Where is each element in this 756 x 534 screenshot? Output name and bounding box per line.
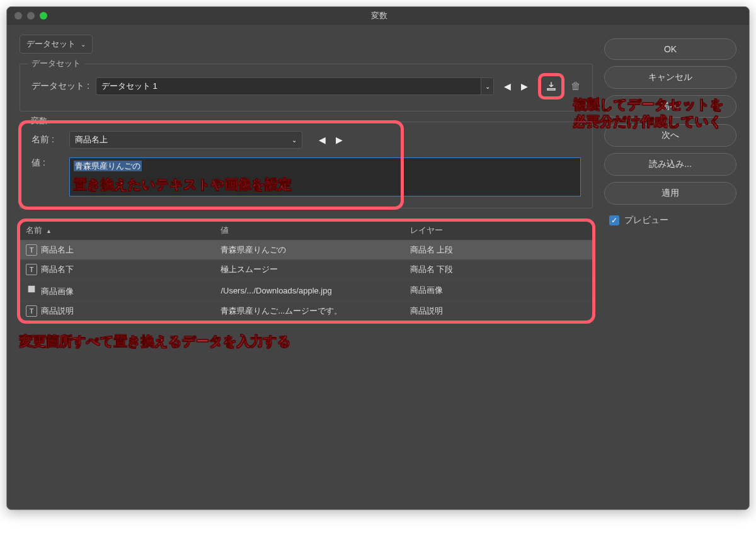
delete-dataset-icon[interactable]: 🗑	[571, 81, 581, 92]
check-icon: ✓	[609, 215, 619, 225]
view-dropdown-label: データセット	[26, 38, 76, 50]
var-next-icon[interactable]: ▶	[336, 135, 343, 145]
variable-fieldset: 変数 名前 : 商品名上 ⌄ ◀ ▶ 値 :	[20, 122, 593, 208]
apply-button[interactable]: 適用	[604, 182, 736, 205]
annotation-inputall: 変更箇所すべて置き換えるデータを入力する	[20, 332, 593, 349]
col-layer[interactable]: レイヤー	[404, 221, 593, 241]
chevron-down-icon: ⌄	[481, 78, 493, 94]
var-value-label: 値 :	[32, 157, 63, 169]
load-button[interactable]: 読み込み...	[604, 153, 736, 176]
col-value[interactable]: 値	[214, 221, 403, 241]
sort-asc-icon: ▲	[46, 228, 52, 234]
annotation-highlight-capture	[538, 73, 564, 99]
traffic-lights	[7, 12, 47, 20]
annotation-replace: 置き換えたいテキストや画像を設定	[74, 176, 576, 193]
ok-button[interactable]: OK	[604, 38, 736, 60]
table-row[interactable]: T商品名上 青森県産りんごの 商品名 上段	[20, 241, 593, 260]
dataset-fieldset: データセット データセット : データセット 1 ⌄ ◀ ▶	[20, 64, 593, 111]
annotation-duplicate: 複製してデータセットを 必要分だけ作成していく	[573, 96, 756, 130]
chevron-down-icon: ⌄	[81, 41, 86, 48]
var-value-input[interactable]: 青森県産りんごの 置き換えたいテキストや画像を設定	[69, 157, 581, 196]
window-title: 変数	[47, 10, 711, 21]
zoom-icon[interactable]	[40, 12, 47, 20]
text-type-icon: T	[26, 305, 37, 317]
dataset-value: データセット 1	[101, 81, 158, 91]
dataset-legend: データセット	[28, 58, 84, 69]
col-name[interactable]: 名前▲	[20, 221, 214, 241]
variable-legend: 変数	[27, 115, 51, 127]
close-icon[interactable]	[14, 12, 22, 20]
cancel-button[interactable]: キャンセル	[604, 66, 736, 89]
dataset-next-icon[interactable]: ▶	[521, 81, 528, 91]
variables-table: 名前▲ 値 レイヤー T商品名上 青森県産りんごの 商品名 上段 T商品名下	[20, 221, 593, 321]
var-name-select[interactable]: 商品名上 ⌄	[69, 131, 302, 149]
view-dropdown[interactable]: データセット ⌄	[20, 35, 93, 54]
titlebar: 変数	[7, 7, 749, 25]
image-type-icon	[26, 283, 37, 295]
variables-table-wrap: 名前▲ 値 レイヤー T商品名上 青森県産りんごの 商品名 上段 T商品名下	[20, 221, 593, 321]
capture-dataset-icon[interactable]	[543, 78, 559, 94]
var-prev-icon[interactable]: ◀	[319, 135, 326, 145]
text-type-icon: T	[26, 264, 37, 275]
chevron-down-icon: ⌄	[292, 137, 297, 144]
dataset-select[interactable]: データセット 1 ⌄	[96, 77, 494, 95]
dataset-prev-icon[interactable]: ◀	[504, 81, 511, 91]
table-row[interactable]: T商品説明 青森県産りんご...ムージーです。 商品説明	[20, 302, 593, 321]
preview-label: プレビュー	[624, 215, 668, 226]
preview-checkbox[interactable]: ✓ プレビュー	[604, 215, 736, 226]
minimize-icon[interactable]	[27, 12, 35, 20]
text-type-icon: T	[26, 244, 37, 256]
table-row[interactable]: 商品画像 /Users/.../Downloads/apple.jpg 商品画像	[20, 280, 593, 302]
variables-dialog: 変数 データセット ⌄ データセット データセット : データセット 1 ⌄	[6, 6, 750, 510]
var-name-label: 名前 :	[32, 134, 63, 145]
dataset-label: データセット :	[32, 81, 89, 92]
table-row[interactable]: T商品名下 極上スムージー 商品名 下段	[20, 260, 593, 280]
